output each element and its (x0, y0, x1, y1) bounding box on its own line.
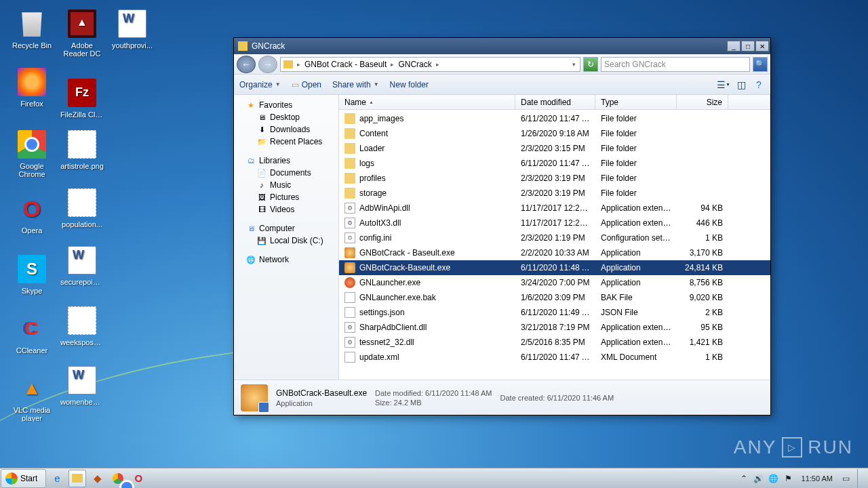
desktop-icon[interactable]: CCleaner (8, 314, 56, 355)
file-row[interactable]: Loader2/3/2020 3:15 PMFile folder (339, 141, 770, 156)
chevron-down-icon[interactable]: ▾ (572, 61, 576, 68)
desktop-icon[interactable]: VLC media player (8, 374, 56, 422)
nav-item[interactable]: 📄Documents (234, 167, 338, 179)
json-icon (344, 307, 355, 318)
nav-bar: ← → ▸ GNBot Crack - Baseult ▸ GNCrack ▸ … (234, 54, 770, 75)
nav-libraries[interactable]: 🗂Libraries (234, 155, 338, 167)
help-button[interactable]: ? (753, 79, 765, 91)
taskbar-explorer[interactable] (68, 470, 86, 487)
show-desktop-button[interactable] (857, 469, 864, 488)
watermark: ANY▷RUN (734, 436, 853, 458)
nav-network[interactable]: 🌐Network (234, 253, 338, 266)
chevron-right-icon: ▸ (436, 61, 439, 68)
address-bar[interactable]: ▸ GNBot Crack - Baseult ▸ GNCrack ▸ ▾ (280, 57, 580, 72)
tray-network-icon[interactable]: 🌐 (768, 472, 780, 485)
nav-item[interactable]: 📁Recent Places (234, 136, 338, 148)
tray-volume-icon[interactable]: 🔊 (753, 472, 765, 485)
nav-item[interactable]: 💾Local Disk (C:) (234, 235, 338, 247)
file-row[interactable]: config.ini2/3/2020 1:19 PMConfiguration … (339, 230, 770, 245)
tray-flag-icon[interactable]: ⚑ (783, 472, 795, 485)
desktop-icon[interactable]: youthprovi... (108, 9, 156, 50)
folder-icon (344, 143, 355, 154)
file-row[interactable]: app_images6/11/2020 11:47 AMFile folder (339, 111, 770, 126)
maximize-button[interactable]: □ (741, 41, 755, 52)
nav-item[interactable]: 🖼Pictures (234, 191, 338, 203)
nav-item[interactable]: 🎞Videos (234, 203, 338, 216)
file-row[interactable]: storage2/3/2020 3:19 PMFile folder (339, 186, 770, 201)
tray-clock[interactable]: 11:50 AM (797, 474, 837, 483)
breadcrumb-segment[interactable]: GNCrack (398, 60, 431, 69)
share-menu[interactable]: Share with▼ (332, 80, 379, 89)
window-title: GNCrack (252, 41, 285, 51)
details-filename: GNBotCrack-Baseult.exe (276, 388, 367, 398)
png-icon (68, 306, 96, 335)
file-row[interactable]: GNBotCrack-Baseult.exe6/11/2020 11:48 AM… (339, 260, 770, 275)
file-row[interactable]: update.xml6/11/2020 11:47 AMXML Document… (339, 350, 770, 365)
open-button[interactable]: ▭Open (292, 80, 321, 89)
taskbar-app[interactable]: ◆ (89, 470, 106, 487)
desktop-icon[interactable]: Skype (8, 255, 56, 296)
taskbar-chrome[interactable] (109, 470, 127, 487)
breadcrumb-segment[interactable]: GNBot Crack - Baseult (304, 60, 387, 69)
desktop-icon[interactable]: Adobe Reader DC (58, 9, 106, 57)
search-input[interactable]: Search GNCrack (601, 57, 750, 72)
file-row[interactable]: SharpAdbClient.dll3/21/2018 7:19 PMAppli… (339, 320, 770, 335)
forward-button[interactable]: → (258, 56, 277, 73)
organize-menu[interactable]: Organize▼ (239, 80, 281, 89)
titlebar[interactable]: GNCrack _ □ ✕ (234, 38, 770, 54)
new-folder-button[interactable]: New folder (390, 80, 429, 89)
taskbar: Start e ◆ O ⌃ 🔊 🌐 ⚑ 11:50 AM ▭ (0, 468, 868, 488)
file-row[interactable]: GNBotCrack - Baseult.exe2/2/2020 10:33 A… (339, 245, 770, 260)
desktop-icon[interactable]: artistrole.png (58, 130, 106, 171)
opera-icon (18, 195, 46, 223)
nav-computer[interactable]: 🖥Computer (234, 222, 338, 235)
desktop: Recycle BinAdobe Reader DCyouthprovi...F… (0, 0, 170, 430)
nav-item[interactable]: 🖥Desktop (234, 111, 338, 123)
nav-item[interactable]: ⬇Downloads (234, 123, 338, 136)
desktop-icon[interactable]: Firefox (8, 68, 56, 108)
desktop-icon[interactable]: Google Chrome (8, 130, 56, 178)
file-row[interactable]: GNLauncher.exe.bak1/6/2020 3:09 PMBAK Fi… (339, 290, 770, 305)
file-row[interactable]: GNLauncher.exe3/24/2020 7:00 PMApplicati… (339, 275, 770, 290)
word-icon (68, 366, 96, 394)
file-row[interactable]: AutoItX3.dll11/17/2017 12:27 PMApplicati… (339, 216, 770, 230)
view-button[interactable]: ☰▼ (717, 79, 730, 91)
file-row[interactable]: logs6/11/2020 11:47 AMFile folder (339, 156, 770, 171)
desktop-icon[interactable]: Opera (8, 195, 56, 235)
word-icon (68, 246, 96, 274)
tray-expand-icon[interactable]: ⌃ (738, 472, 750, 485)
start-orb-icon (5, 472, 18, 485)
desktop-icon[interactable]: Recycle Bin (8, 9, 56, 50)
refresh-button[interactable]: ↻ (583, 57, 598, 72)
col-name[interactable]: Name▲ (339, 95, 515, 109)
desktop-icon[interactable]: population... (58, 188, 106, 229)
file-row[interactable]: Content1/26/2020 9:18 AMFile folder (339, 126, 770, 141)
minimize-button[interactable]: _ (727, 41, 741, 52)
start-button[interactable]: Start (1, 469, 46, 488)
col-date[interactable]: Date modified (515, 95, 595, 109)
folder-icon (344, 173, 355, 184)
png-icon (68, 130, 96, 159)
nav-item[interactable]: ♪Music (234, 179, 338, 191)
bin-icon (18, 9, 46, 38)
details-pane: GNBotCrack-Baseult.exe Application Date … (234, 380, 770, 415)
taskbar-ie[interactable]: e (48, 470, 66, 487)
nav-favorites[interactable]: ★Favorites (234, 99, 338, 111)
desktop-icon[interactable]: securepoint... (58, 246, 106, 287)
desktop-icon[interactable]: FileZilla Client (58, 79, 106, 119)
file-row[interactable]: settings.json6/11/2020 11:49 AMJSON File… (339, 305, 770, 320)
desktop-icon[interactable]: womenbehi... (58, 366, 106, 407)
preview-pane-button[interactable]: ◫ (735, 79, 747, 91)
file-row[interactable]: profiles2/3/2020 3:19 PMFile folder (339, 171, 770, 186)
tray-monitor-icon[interactable]: ▭ (840, 472, 852, 485)
search-button[interactable]: 🔍 (753, 57, 768, 72)
file-row[interactable]: tessnet2_32.dll2/5/2016 8:35 PMApplicati… (339, 335, 770, 350)
desktop-icon[interactable]: weekspossi... (58, 306, 106, 347)
col-type[interactable]: Type (595, 95, 677, 109)
file-row[interactable]: AdbWinApi.dll11/17/2017 12:27 PMApplicat… (339, 201, 770, 216)
back-button[interactable]: ← (237, 56, 256, 73)
exe-icon (344, 262, 355, 273)
xml-icon (344, 352, 355, 363)
close-button[interactable]: ✕ (755, 41, 769, 52)
col-size[interactable]: Size (677, 95, 728, 109)
